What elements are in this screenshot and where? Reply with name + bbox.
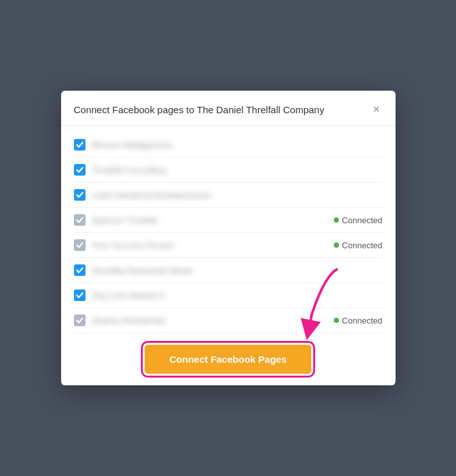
checkbox[interactable] [74, 315, 86, 326]
page-name: Threlfall Consulting [92, 165, 167, 175]
status-text: Connected [342, 215, 383, 225]
page-name: Blooom Madiganoral [92, 140, 172, 150]
page-item-left: Skyline Residential [74, 315, 324, 326]
page-item: Spencer ThrelfallConnected [74, 208, 383, 233]
status-dot-icon [334, 318, 339, 323]
page-item-left: Blooom Madiganoral [74, 139, 383, 151]
close-button[interactable]: × [370, 102, 383, 116]
page-item-left: Your Success Rocket [74, 239, 324, 251]
checkbox[interactable] [74, 214, 86, 226]
page-name: Your Success Rocket [92, 241, 174, 250]
page-name: Lodo Intentional Entrepreneurs [92, 190, 211, 200]
page-name: Skyline Residential [92, 316, 165, 325]
page-name: Socialby Restarrant Meals [92, 266, 194, 275]
page-item: Threlfall Consulting [74, 158, 383, 183]
page-item: Socialby Restarrant Meals [74, 258, 383, 283]
page-item-left: Spencer Threlfall [74, 214, 324, 226]
modal-body: Blooom MadiganoralThrelfall ConsultingLo… [61, 126, 396, 333]
page-item-left: Lodo Intentional Entrepreneurs [74, 189, 383, 201]
modal-overlay: Connect Facebook pages to The Daniel Thr… [0, 0, 456, 476]
page-item: Skyline ResidentialConnected [74, 308, 383, 333]
page-name: Spencer Threlfall [92, 215, 158, 225]
checkbox[interactable] [74, 164, 86, 176]
modal-dialog: Connect Facebook pages to The Daniel Thr… [61, 91, 396, 385]
modal-header: Connect Facebook pages to The Daniel Thr… [61, 91, 396, 126]
page-item: Blooom Madiganoral [74, 133, 383, 158]
status-text: Connected [342, 316, 383, 325]
checkbox[interactable] [74, 139, 86, 151]
checkbox[interactable] [74, 189, 86, 201]
modal-title: Connect Facebook pages to The Daniel Thr… [74, 104, 325, 115]
status-badge: Connected [334, 241, 383, 250]
page-item: Hey Let's Market It [74, 283, 383, 308]
status-dot-icon [334, 243, 339, 248]
status-dot-icon [334, 217, 339, 223]
status-badge: Connected [334, 316, 383, 325]
modal-footer: Connect Facebook Pages [61, 333, 396, 385]
page-name: Hey Let's Market It [92, 291, 164, 300]
checkbox[interactable] [74, 264, 86, 276]
checkbox[interactable] [74, 289, 86, 301]
status-text: Connected [342, 241, 383, 250]
page-item-left: Threlfall Consulting [74, 164, 383, 176]
page-item-left: Socialby Restarrant Meals [74, 264, 383, 276]
status-badge: Connected [334, 215, 383, 225]
page-item: Your Success RocketConnected [74, 233, 383, 258]
page-item-left: Hey Let's Market It [74, 289, 383, 301]
connect-facebook-pages-button[interactable]: Connect Facebook Pages [145, 345, 311, 374]
page-item: Lodo Intentional Entrepreneurs [74, 183, 383, 208]
checkbox[interactable] [74, 239, 86, 251]
